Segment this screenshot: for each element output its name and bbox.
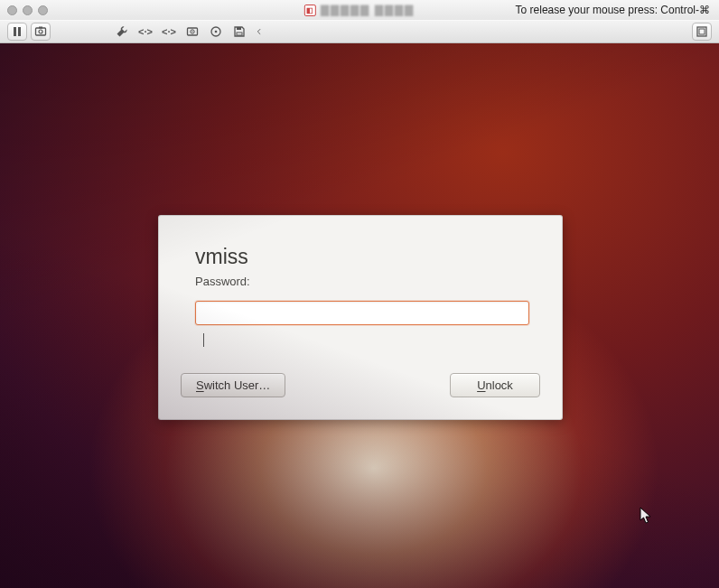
svg-point-9 <box>215 31 218 33</box>
password-input[interactable] <box>195 301 529 325</box>
unlock-button[interactable]: Unlock <box>450 373 540 397</box>
pause-button[interactable] <box>7 23 27 41</box>
traffic-lights <box>7 5 48 15</box>
text-caret <box>203 333 204 347</box>
vm-toolbar: <·> <·> <box>0 20 719 43</box>
svg-rect-1 <box>18 27 21 36</box>
cd-dvd-button[interactable] <box>206 23 226 41</box>
network-adapter-1[interactable]: <·> <box>135 23 155 41</box>
chevron-left-icon <box>256 25 263 38</box>
svg-rect-3 <box>39 27 42 29</box>
window-titlebar: ◧ ▇▇▇▇▇ ▇▇▇▇ To release your mouse press… <box>0 0 719 20</box>
collapse-toolbar-button[interactable] <box>253 23 266 41</box>
zoom-window-button[interactable] <box>38 5 48 15</box>
svg-rect-11 <box>237 33 242 35</box>
switch-user-label-rest: witch User… <box>204 378 271 392</box>
settings-button[interactable] <box>112 23 132 41</box>
svg-point-7 <box>191 31 192 32</box>
floppy-button[interactable] <box>229 23 249 41</box>
network-icon: <·> <box>162 26 176 37</box>
app-icon: ◧ <box>304 5 316 16</box>
fullscreen-icon <box>696 25 708 38</box>
snapshot-button[interactable] <box>31 23 51 41</box>
lock-screen-dialog: vmiss Password: Switch User… Unlock <box>158 215 563 420</box>
document-title: ▇▇▇▇▇ ▇▇▇▇ <box>321 4 415 16</box>
floppy-icon <box>233 25 246 38</box>
minimize-window-button[interactable] <box>23 5 33 15</box>
lock-password-label: Password: <box>195 275 526 288</box>
snapshot-icon <box>34 25 47 38</box>
unlock-label-rest: nlock <box>486 378 513 392</box>
mouse-cursor <box>640 507 652 525</box>
switch-user-button[interactable]: Switch User… <box>181 373 285 397</box>
svg-rect-0 <box>14 27 16 36</box>
svg-point-4 <box>39 30 42 33</box>
unlock-accel: U <box>477 378 485 392</box>
lock-username: vmiss <box>195 245 526 269</box>
pause-icon <box>11 25 23 38</box>
fullscreen-button[interactable] <box>692 23 712 41</box>
switch-user-accel: S <box>196 378 204 392</box>
close-window-button[interactable] <box>7 5 17 15</box>
network-adapter-2[interactable]: <·> <box>159 23 179 41</box>
svg-rect-2 <box>36 28 46 35</box>
hard-disk-button[interactable] <box>182 23 202 41</box>
guest-desktop[interactable]: vmiss Password: Switch User… Unlock <box>0 43 719 588</box>
mouse-release-hint: To release your mouse press: Control-⌘ <box>516 4 710 16</box>
wrench-icon <box>116 25 128 38</box>
title-center: ◧ ▇▇▇▇▇ ▇▇▇▇ <box>304 4 415 16</box>
svg-rect-10 <box>237 27 241 30</box>
hard-disk-icon <box>186 25 199 38</box>
cd-icon <box>210 25 222 38</box>
network-icon: <·> <box>138 26 153 37</box>
svg-rect-13 <box>699 29 705 34</box>
